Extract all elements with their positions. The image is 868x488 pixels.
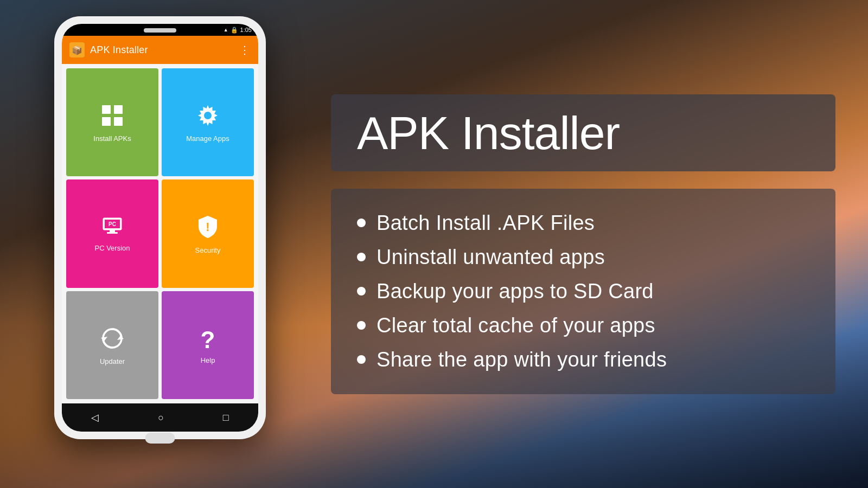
svg-rect-3 xyxy=(114,117,123,126)
right-panel: APK Installer Batch Install .APK Files U… xyxy=(309,0,868,488)
svg-text:PC: PC xyxy=(108,221,116,227)
phone-mockup: ▲ 🔒 1:05 📦 APK Installer ⋮ xyxy=(54,16,266,461)
back-button[interactable]: ◁ xyxy=(91,412,99,423)
time-display: 1:05 xyxy=(240,27,252,33)
phone-speaker xyxy=(144,28,176,33)
lock-icon: 🔒 xyxy=(231,27,238,34)
tile-pc-version[interactable]: PC PC Version xyxy=(66,179,158,287)
features-box: Batch Install .APK Files Uninstall unwan… xyxy=(331,189,835,394)
tile-help[interactable]: ? Help xyxy=(162,291,254,399)
shield-icon: ! xyxy=(197,215,218,242)
svg-point-5 xyxy=(204,112,212,119)
feature-text-5: Share the app with your friends xyxy=(376,348,667,371)
feature-text-2: Uninstall unwanted apps xyxy=(376,246,605,269)
question-icon: ? xyxy=(201,328,215,352)
svg-marker-14 xyxy=(101,337,107,341)
phone-screen: ▲ 🔒 1:05 📦 APK Installer ⋮ xyxy=(62,24,258,432)
phone-home-physical xyxy=(145,433,175,444)
tiles-grid: Install APKs Manage Apps xyxy=(62,64,258,403)
app-title: APK Installer xyxy=(90,44,239,56)
feature-item-2: Uninstall unwanted apps xyxy=(357,240,809,274)
pc-icon: PC xyxy=(101,217,124,240)
bullet-5 xyxy=(357,355,366,364)
navigation-bar: ◁ ○ □ xyxy=(62,403,258,432)
app-title-heading: APK Installer xyxy=(357,110,809,156)
bullet-1 xyxy=(357,219,366,227)
app-icon: 📦 xyxy=(69,42,85,57)
home-button[interactable]: ○ xyxy=(158,412,164,423)
app-title-box: APK Installer xyxy=(331,94,835,171)
overflow-menu-button[interactable]: ⋮ xyxy=(239,43,251,56)
update-icon xyxy=(101,327,124,353)
tile-manage-apps-label: Manage Apps xyxy=(186,134,229,143)
recent-button[interactable]: □ xyxy=(223,412,229,423)
signal-icon: ▲ xyxy=(224,27,228,33)
bullet-4 xyxy=(357,321,366,330)
tile-updater[interactable]: Updater xyxy=(66,291,158,399)
feature-item-3: Backup your apps to SD Card xyxy=(357,274,809,309)
tile-install-apks-label: Install APKs xyxy=(93,134,131,143)
gear-icon xyxy=(196,104,219,130)
bullet-3 xyxy=(357,287,366,296)
tile-manage-apps[interactable]: Manage Apps xyxy=(162,68,254,176)
svg-text:!: ! xyxy=(206,220,209,234)
svg-marker-13 xyxy=(117,336,124,340)
feature-item-4: Clear total cache of your apps xyxy=(357,309,809,343)
app-toolbar: 📦 APK Installer ⋮ xyxy=(62,36,258,64)
svg-rect-10 xyxy=(107,232,118,234)
svg-rect-0 xyxy=(102,105,111,114)
tile-help-label: Help xyxy=(201,356,215,364)
feature-text-4: Clear total cache of your apps xyxy=(376,314,655,337)
feature-item-1: Batch Install .APK Files xyxy=(357,206,809,240)
grid-icon xyxy=(101,104,124,130)
bullet-2 xyxy=(357,253,366,261)
tile-updater-label: Updater xyxy=(100,357,125,365)
tile-security-label: Security xyxy=(195,246,221,254)
feature-item-5: Share the app with your friends xyxy=(357,343,809,377)
phone-body: ▲ 🔒 1:05 📦 APK Installer ⋮ xyxy=(54,16,266,439)
feature-text-1: Batch Install .APK Files xyxy=(376,211,595,235)
tile-security[interactable]: ! Security xyxy=(162,179,254,287)
svg-rect-1 xyxy=(114,105,123,114)
svg-rect-2 xyxy=(102,117,111,126)
tile-install-apks[interactable]: Install APKs xyxy=(66,68,158,176)
feature-text-3: Backup your apps to SD Card xyxy=(376,280,654,303)
svg-rect-9 xyxy=(110,230,115,232)
tile-pc-version-label: PC Version xyxy=(94,244,130,252)
